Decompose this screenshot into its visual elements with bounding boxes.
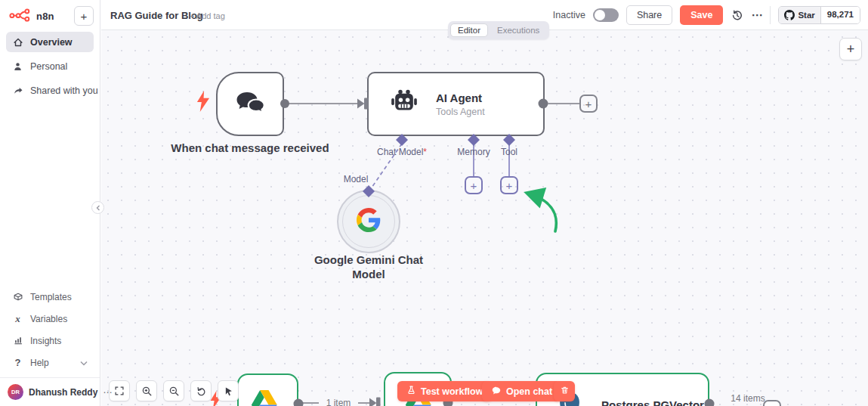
- pointer-tool-button[interactable]: [218, 380, 239, 401]
- robot-icon: [389, 88, 419, 119]
- add-next-node-button[interactable]: +: [579, 95, 598, 113]
- star-count: 98,271: [820, 7, 860, 23]
- help-icon: ?: [12, 357, 23, 368]
- node-google-gemini[interactable]: [337, 190, 400, 253]
- plus-icon: +: [81, 10, 88, 23]
- node-ai-agent[interactable]: AI Agent Tools Agent: [367, 72, 545, 136]
- chevron-left-icon: [96, 205, 100, 211]
- flask-icon: [406, 385, 416, 398]
- active-toggle[interactable]: [593, 8, 619, 22]
- user-name: Dhanush Reddy: [29, 387, 97, 398]
- pointer-icon: [223, 386, 233, 397]
- sidebar-item-label: Shared with you: [30, 85, 98, 96]
- sidebar-item-label: Help: [30, 358, 49, 368]
- google-drive-icon: [251, 389, 278, 406]
- gemini-node-ring: [342, 195, 395, 248]
- sidebar-item-label: Variables: [30, 314, 67, 324]
- sidebar-item-insights[interactable]: Insights: [6, 330, 94, 351]
- home-icon: [12, 37, 23, 48]
- workflow-status-label: Inactive: [553, 10, 585, 20]
- chat-bubbles-icon: [233, 88, 267, 121]
- sidebar-item-shared-with-you[interactable]: Shared with you: [6, 80, 94, 101]
- reset-zoom-button[interactable]: [190, 380, 212, 401]
- zoom-in-icon: [141, 386, 153, 397]
- test-workflow-label: Test workflow: [421, 386, 483, 397]
- sidebar-item-help[interactable]: ? Help: [6, 352, 94, 373]
- chevron-down-icon: [80, 358, 88, 368]
- open-chat-button[interactable]: Open chat: [482, 381, 561, 401]
- templates-icon: [12, 292, 23, 302]
- trigger-bolt-icon: [196, 91, 211, 115]
- open-chat-label: Open chat: [506, 386, 552, 397]
- more-options-icon[interactable]: ⋯: [751, 8, 762, 22]
- sidebar-item-personal[interactable]: Personal: [6, 56, 94, 76]
- undo-icon: [196, 386, 207, 397]
- star-label: Star: [798, 11, 814, 20]
- topbar-divider: [770, 6, 771, 24]
- node-label-postgres: Postgres PGVector: [596, 398, 709, 406]
- port-label-chat-model: Chat Model*: [357, 147, 447, 157]
- zoom-out-icon: [168, 386, 180, 397]
- add-node-button-partial[interactable]: +: [763, 400, 781, 406]
- tab-executions[interactable]: Executions: [490, 23, 547, 37]
- canvas-controls: [109, 380, 239, 401]
- trash-icon: [560, 385, 570, 398]
- required-asterisk: *: [423, 147, 427, 157]
- toggle-knob: [595, 10, 605, 20]
- fit-view-icon: [114, 386, 125, 396]
- add-tag-button[interactable]: + Add tag: [190, 11, 225, 20]
- save-button[interactable]: Save: [680, 5, 723, 25]
- chat-icon: [491, 386, 502, 398]
- item-count-label: 1 item: [319, 398, 358, 406]
- port-label-model: Model: [333, 174, 378, 184]
- view-tabs: Editor Executions: [448, 21, 549, 39]
- test-workflow-button[interactable]: Test workflow: [397, 381, 492, 401]
- tab-editor[interactable]: Editor: [450, 23, 488, 37]
- user-menu[interactable]: DR Dhanush Reddy ⋯: [0, 377, 100, 406]
- sidebar-item-label: Overview: [30, 37, 73, 48]
- n8n-logo-icon: [9, 7, 32, 25]
- node-label-chat-trigger: When chat message received: [171, 141, 329, 156]
- open-nodes-panel-button[interactable]: +: [839, 38, 862, 60]
- sidebar-item-label: Insights: [30, 336, 61, 346]
- sidebar-item-overview[interactable]: Overview: [6, 32, 94, 52]
- user-options-icon[interactable]: ⋯: [103, 388, 112, 397]
- sidebar-item-label: Personal: [30, 61, 67, 72]
- share-forward-icon: [12, 85, 23, 95]
- sidebar: n8n + Overview Personal Shared with you: [0, 0, 100, 406]
- node-subtitle: Tools Agent: [436, 107, 485, 117]
- sidebar-bottom: Templates x Variables Insights ? Help: [6, 287, 94, 406]
- zoom-in-button[interactable]: [136, 380, 157, 401]
- agent-titles: AI Agent Tools Agent: [436, 91, 485, 117]
- delete-node-button[interactable]: [554, 381, 575, 401]
- google-g-icon: [357, 208, 381, 235]
- add-tool-button[interactable]: +: [500, 176, 518, 194]
- share-button[interactable]: Share: [626, 5, 672, 25]
- sidebar-item-variables[interactable]: x Variables: [6, 308, 94, 329]
- github-star-widget[interactable]: Star 98,271: [778, 6, 860, 24]
- topbar-actions: Inactive Share Save ⋯ Star 98,271: [553, 0, 860, 30]
- variables-icon: x: [12, 313, 23, 325]
- logo-row: n8n +: [6, 5, 94, 32]
- sidebar-item-label: Templates: [30, 292, 72, 302]
- sidebar-collapse-button[interactable]: [91, 201, 104, 214]
- n8n-app: n8n + Overview Personal Shared with you: [0, 0, 868, 406]
- port-label-tool: Tool: [487, 147, 532, 157]
- zoom-out-button[interactable]: [163, 380, 184, 401]
- workflow-canvas[interactable]: When chat message received AI Agent Tool…: [101, 30, 868, 406]
- avatar: DR: [8, 384, 23, 400]
- node-label-google-gemini: Google Gemini Chat Model: [297, 253, 440, 282]
- add-memory-button[interactable]: +: [465, 176, 483, 194]
- brand-name: n8n: [36, 11, 54, 22]
- sidebar-item-templates[interactable]: Templates: [6, 287, 94, 307]
- node-chat-trigger[interactable]: [216, 72, 284, 136]
- node-google-drive-1[interactable]: [237, 373, 298, 406]
- insights-icon: [12, 336, 23, 346]
- node-title: AI Agent: [436, 91, 485, 104]
- person-icon: [12, 61, 23, 72]
- github-icon: [784, 10, 795, 20]
- workflow-history-icon[interactable]: [731, 9, 743, 22]
- new-workflow-button[interactable]: +: [74, 6, 94, 26]
